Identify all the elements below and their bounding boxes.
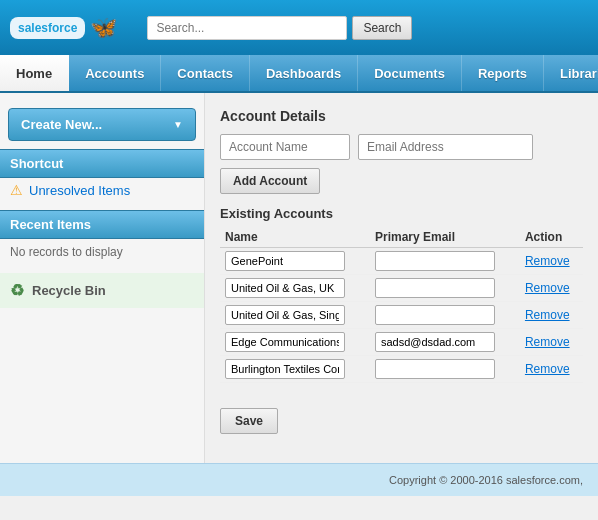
main-content: Create New... ▼ Shortcut ⚠ Unresolved It… [0,93,598,463]
footer: Copyright © 2000-2016 salesforce.com, [0,463,598,496]
nav-item-libraries[interactable]: Libraries [544,55,598,91]
create-new-button[interactable]: Create New... ▼ [8,108,196,141]
content-area: Account Details Add Account Existing Acc… [205,93,598,463]
no-records-label: No records to display [0,239,204,265]
save-button[interactable]: Save [220,408,278,434]
col-header-action: Action [520,227,583,248]
account-name-field[interactable] [225,278,345,298]
col-header-email: Primary Email [370,227,520,248]
search-button[interactable]: Search [352,16,412,40]
account-email-field[interactable] [375,332,495,352]
logo-text: salesforce [18,21,77,35]
table-row: Remove [220,356,583,383]
nav-item-documents[interactable]: Documents [358,55,462,91]
table-row: Remove [220,248,583,275]
account-email-cell [370,248,520,275]
account-name-cell [220,275,370,302]
account-name-cell [220,302,370,329]
email-address-input[interactable] [358,134,533,160]
recycle-bin-row[interactable]: ♻ Recycle Bin [0,273,204,308]
nav-item-reports[interactable]: Reports [462,55,544,91]
account-name-field[interactable] [225,359,345,379]
butterfly-icon: 🦋 [90,15,117,41]
account-action-cell: Remove [520,248,583,275]
add-account-button[interactable]: Add Account [220,168,320,194]
existing-accounts-title: Existing Accounts [220,206,583,221]
account-form-row [220,134,583,160]
nav-bar: Home Accounts Contacts Dashboards Docume… [0,55,598,93]
search-input[interactable] [147,16,347,40]
remove-link[interactable]: Remove [525,254,570,268]
salesforce-logo: salesforce [10,17,85,39]
search-area: Search [147,16,427,40]
account-email-field[interactable] [375,359,495,379]
account-email-cell [370,329,520,356]
recent-items-title: Recent Items [0,210,204,239]
logo-area: salesforce 🦋 [10,15,117,41]
account-email-field[interactable] [375,278,495,298]
account-name-cell [220,329,370,356]
nav-item-contacts[interactable]: Contacts [161,55,250,91]
remove-link[interactable]: Remove [525,335,570,349]
warning-icon: ⚠ [10,182,23,198]
header: salesforce 🦋 Search [0,0,598,55]
account-email-field[interactable] [375,251,495,271]
account-name-input[interactable] [220,134,350,160]
nav-item-home[interactable]: Home [0,55,69,91]
unresolved-items-link[interactable]: ⚠ Unresolved Items [0,178,204,202]
recycle-bin-icon: ♻ [10,281,24,300]
account-details-title: Account Details [220,108,583,124]
account-email-cell [370,275,520,302]
account-name-field[interactable] [225,305,345,325]
remove-link[interactable]: Remove [525,362,570,376]
account-name-field[interactable] [225,251,345,271]
nav-item-dashboards[interactable]: Dashboards [250,55,358,91]
account-action-cell: Remove [520,275,583,302]
table-row: Remove [220,275,583,302]
create-new-label: Create New... [21,117,102,132]
shortcut-section: Shortcut ⚠ Unresolved Items [0,149,204,202]
account-email-cell [370,302,520,329]
recycle-bin-label: Recycle Bin [32,283,106,298]
account-action-cell: Remove [520,302,583,329]
remove-link[interactable]: Remove [525,308,570,322]
account-name-cell [220,356,370,383]
table-row: Remove [220,302,583,329]
account-email-cell [370,356,520,383]
account-email-field[interactable] [375,305,495,325]
chevron-down-icon: ▼ [173,119,183,130]
sidebar: Create New... ▼ Shortcut ⚠ Unresolved It… [0,93,205,463]
accounts-table: Name Primary Email Action RemoveRemoveRe… [220,227,583,383]
col-header-name: Name [220,227,370,248]
recent-items-section: Recent Items No records to display [0,210,204,265]
nav-item-accounts[interactable]: Accounts [69,55,161,91]
unresolved-items-label: Unresolved Items [29,183,130,198]
account-name-cell [220,248,370,275]
shortcut-title: Shortcut [0,149,204,178]
account-action-cell: Remove [520,329,583,356]
copyright-text: Copyright © 2000-2016 salesforce.com, [389,474,583,486]
table-row: Remove [220,329,583,356]
account-action-cell: Remove [520,356,583,383]
account-name-field[interactable] [225,332,345,352]
remove-link[interactable]: Remove [525,281,570,295]
